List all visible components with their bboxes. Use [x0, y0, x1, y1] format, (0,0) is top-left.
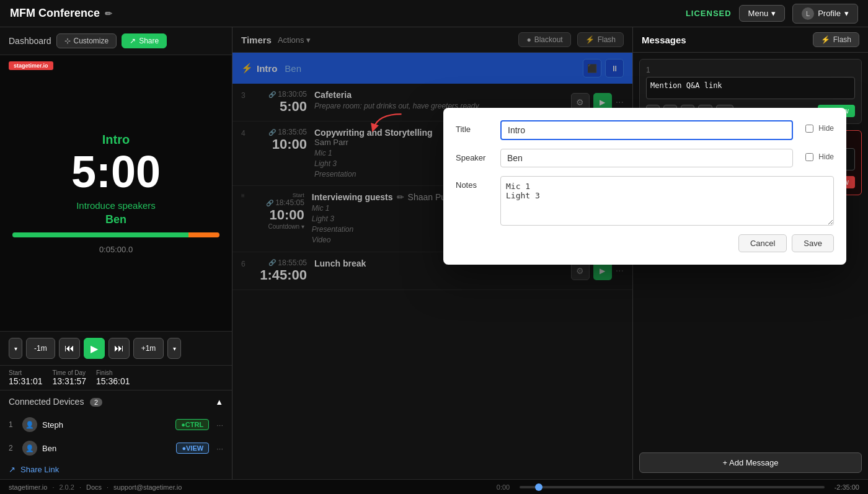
edit-icon[interactable]: ✏: [397, 192, 404, 202]
top-nav: MFM Conference ✏ LICENSED Menu ▾ L Profi…: [0, 0, 868, 27]
connected-devices-section: Connected Devices 2 ▲ 1 👤 Steph ●CTRL ··…: [0, 390, 232, 479]
row-time-info: 🔗 18:30:05 5:00: [257, 90, 307, 115]
avatar: 👤: [22, 441, 37, 456]
row-time-info: 🔗 18:55:05 1:45:00: [257, 258, 307, 283]
left-panel: Dashboard ⊹ Customize ↗ Share stagetimer…: [0, 27, 232, 479]
actions-dropdown[interactable]: Actions ▾: [278, 35, 311, 45]
speaker-hide-check[interactable]: [805, 153, 813, 161]
separator: ·: [107, 483, 108, 491]
speaker-input[interactable]: [500, 149, 793, 167]
link-icon: 🔗: [268, 91, 276, 98]
plus-one-minute-button[interactable]: +1m: [133, 338, 164, 359]
timer-preview: stagetimer.io Intro 5:00 Introduce speak…: [0, 55, 232, 331]
row-start-label: Start: [293, 192, 304, 198]
link-icon: 🔗: [268, 259, 276, 266]
skip-back-button[interactable]: ⏮: [59, 338, 80, 359]
active-timer-speaker: Ben: [285, 63, 301, 74]
profile-avatar: L: [802, 7, 814, 20]
finish-time-block: Finish 15:36:01: [96, 369, 130, 386]
progress-green: [12, 232, 188, 237]
stagetimer-logo: stagetimer.io: [9, 61, 53, 70]
docs-link[interactable]: Docs: [86, 483, 102, 491]
more-options-icon[interactable]: ···: [216, 444, 223, 453]
list-item: 2 👤 Ben ●VIEW ···: [0, 436, 232, 460]
modal-speaker-label: Speaker: [456, 149, 493, 162]
active-timer-row[interactable]: ⚡ Intro Ben ⬛ ⏸: [232, 53, 632, 84]
active-timer-action-2[interactable]: ⏸: [605, 59, 624, 77]
minus-one-minute-button[interactable]: -1m: [26, 338, 55, 359]
cancel-button[interactable]: Cancel: [738, 234, 787, 252]
flash-button[interactable]: ⚡ Flash: [577, 32, 624, 47]
row-time-info: Start 🔗 18:45:05 10:00 Countdown ▾: [255, 192, 304, 245]
connected-devices-header[interactable]: Connected Devices 2 ▲: [0, 390, 232, 413]
progress-orange: [188, 232, 219, 237]
row-duration-type: Countdown ▾: [268, 223, 304, 230]
customize-button[interactable]: ⊹ Customize: [56, 33, 117, 48]
speaker-hide-checkbox: Hide: [805, 149, 834, 161]
timer-speaker: Ben: [105, 213, 126, 226]
messages-flash-button[interactable]: ⚡ Flash: [813, 32, 859, 47]
row-number: 4: [241, 128, 250, 179]
timer-countdown: 0:05:00.0: [99, 245, 133, 254]
save-button[interactable]: Save: [792, 234, 834, 252]
flash-icon: ⚡: [241, 63, 253, 74]
timeline-bar[interactable]: [520, 486, 824, 488]
more-options-icon[interactable]: ···: [216, 420, 223, 430]
flash-icon: ⚡: [585, 35, 595, 44]
dropdown-button[interactable]: ▾: [9, 338, 22, 359]
chevron-down-icon: ▾: [306, 35, 311, 45]
timers-title: Timers: [241, 35, 272, 45]
notes-textarea[interactable]: Mic 1 Light 3: [500, 176, 834, 226]
device-name: Steph: [42, 420, 170, 430]
progress-bar: [12, 232, 219, 237]
skip-forward-button[interactable]: ⏭: [108, 338, 130, 359]
modal-title-row: Title Hide: [456, 120, 834, 140]
row-title: Interviewing guests: [312, 192, 393, 202]
play-button[interactable]: ▶: [84, 338, 105, 359]
playback-controls: ▾ -1m ⏮ ▶ ⏭ +1m ▾: [0, 331, 232, 365]
share-button[interactable]: ↗ Share: [122, 33, 167, 48]
plus-dropdown-button[interactable]: ▾: [167, 338, 181, 359]
version-text: 2.0.2: [59, 483, 74, 491]
profile-button[interactable]: L Profile ▾: [792, 4, 858, 24]
add-message-button[interactable]: + Add Message: [639, 452, 862, 473]
row-number: 6: [241, 258, 250, 283]
modal-notes-label: Notes: [456, 176, 493, 190]
active-timer-action-1[interactable]: ⬛: [583, 59, 601, 77]
active-timer-label: ⚡ Intro: [241, 63, 277, 74]
ctrl-badge: ●CTRL: [175, 419, 209, 430]
row-start-time: 🔗 18:30:05: [268, 90, 307, 99]
arrow-indicator: [369, 111, 406, 138]
message-textarea[interactable]: Mention Q&A link: [646, 77, 855, 99]
support-link[interactable]: support@stagetimer.io: [113, 483, 182, 491]
bottom-bar: stagetimer.io · 2.0.2 · Docs · support@s…: [0, 479, 868, 494]
modal-speaker-row: Speaker Hide: [456, 149, 834, 167]
timeline-thumb[interactable]: [535, 483, 542, 491]
chevron-down-icon: ▾: [844, 9, 849, 18]
version-separator: ·: [52, 483, 54, 491]
modal-notes-row: Notes Mic 1 Light 3: [456, 176, 834, 226]
finish-value: 15:36:01: [96, 376, 130, 386]
message-number: 1: [646, 66, 855, 74]
start-time-block: Start 15:31:01: [9, 369, 43, 386]
tod-label: Time of Day: [53, 369, 87, 376]
site-link[interactable]: stagetimer.io: [9, 483, 47, 491]
licensed-badge: LICENSED: [686, 9, 732, 18]
edit-title-icon[interactable]: ✏: [105, 9, 112, 19]
more-options-icon[interactable]: ···: [616, 265, 624, 276]
more-options-icon[interactable]: ···: [616, 97, 624, 108]
title-hide-check[interactable]: [805, 125, 813, 133]
timer-subtitle: Introduce speakers: [76, 200, 156, 211]
menu-button[interactable]: Menu ▾: [739, 5, 786, 22]
share-icon: ↗: [130, 37, 136, 45]
chevron-down-icon: ▾: [771, 9, 776, 18]
timers-header: Timers Actions ▾ ● Blackout ⚡ Flash: [232, 27, 632, 53]
share-link-button[interactable]: ↗ Share Link: [0, 460, 232, 479]
row-duration: 10:00: [270, 207, 304, 223]
blackout-button[interactable]: ● Blackout: [518, 32, 570, 47]
drag-handle-icon[interactable]: ≡: [241, 192, 245, 245]
tod-block: Time of Day 13:31:57: [53, 369, 87, 386]
row-duration: 5:00: [280, 99, 307, 115]
title-input[interactable]: [500, 120, 793, 140]
row-number: 3: [241, 90, 250, 115]
